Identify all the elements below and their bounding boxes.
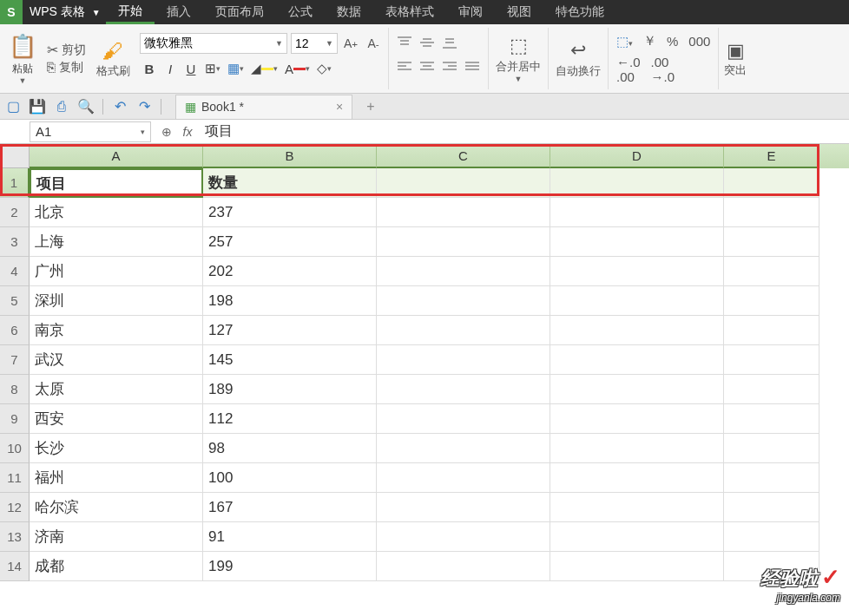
cell-B9[interactable]: 112 bbox=[203, 404, 377, 434]
row-header[interactable]: 5 bbox=[0, 286, 30, 316]
row-header[interactable]: 12 bbox=[0, 493, 30, 522]
cell-A5[interactable]: 深圳 bbox=[30, 286, 203, 316]
cell-A12[interactable]: 哈尔滨 bbox=[30, 493, 203, 522]
menu-page-layout[interactable]: 页面布局 bbox=[203, 0, 276, 24]
menu-review[interactable]: 审阅 bbox=[446, 0, 495, 24]
menu-data[interactable]: 数据 bbox=[325, 0, 373, 24]
align-bottom-button[interactable] bbox=[439, 33, 460, 52]
cell-E3[interactable] bbox=[724, 227, 819, 257]
cell-C12[interactable] bbox=[377, 493, 550, 522]
cell-E1[interactable] bbox=[724, 168, 819, 198]
cell-C5[interactable] bbox=[377, 286, 550, 316]
decrease-font-button[interactable]: A- bbox=[364, 34, 383, 53]
row-header[interactable]: 10 bbox=[0, 434, 30, 463]
row-header[interactable]: 13 bbox=[0, 522, 30, 552]
bold-button[interactable]: B bbox=[140, 59, 159, 78]
cell-B11[interactable]: 100 bbox=[203, 463, 377, 493]
increase-decimal-button[interactable]: ←.0.00 bbox=[614, 55, 643, 84]
cell-B7[interactable]: 145 bbox=[203, 345, 377, 375]
cell-B3[interactable]: 257 bbox=[203, 227, 377, 257]
cell-A7[interactable]: 武汉 bbox=[30, 345, 203, 375]
percent-button[interactable]: % bbox=[664, 34, 681, 49]
thousand-sep-button[interactable]: 000 bbox=[686, 34, 713, 49]
cell-C1[interactable] bbox=[377, 168, 550, 198]
cell-E11[interactable] bbox=[724, 463, 819, 493]
cell-E2[interactable] bbox=[724, 198, 819, 227]
menu-start[interactable]: 开始 bbox=[106, 0, 155, 24]
underline-button[interactable]: U bbox=[181, 59, 201, 78]
cell-B10[interactable]: 98 bbox=[203, 434, 377, 463]
fill-cell-button[interactable]: ▦▾ bbox=[225, 59, 247, 78]
currency-button[interactable]: ￥ bbox=[641, 33, 659, 49]
cell-C8[interactable] bbox=[377, 375, 550, 404]
column-header-D[interactable]: D bbox=[550, 144, 724, 168]
decrease-decimal-button[interactable]: .00→.0 bbox=[648, 55, 678, 84]
cell-E12[interactable] bbox=[724, 493, 819, 522]
document-tab[interactable]: ▦ Book1 * × bbox=[175, 95, 352, 119]
undo-button[interactable]: ↶ bbox=[110, 97, 129, 116]
column-header-C[interactable]: C bbox=[377, 144, 550, 168]
cell-D14[interactable] bbox=[550, 552, 724, 581]
close-tab-button[interactable]: × bbox=[336, 100, 343, 114]
copy-button[interactable]: ⎘ 复制 bbox=[47, 60, 86, 75]
save-button[interactable]: 💾 bbox=[28, 97, 47, 116]
clear-format-button[interactable]: ◇▾ bbox=[314, 59, 334, 78]
align-middle-button[interactable] bbox=[417, 33, 438, 52]
cell-C13[interactable] bbox=[377, 522, 550, 552]
add-tab-button[interactable]: + bbox=[358, 99, 383, 115]
row-header[interactable]: 3 bbox=[0, 227, 30, 257]
align-top-button[interactable] bbox=[394, 33, 415, 52]
formula-input[interactable]: 项目 bbox=[198, 121, 849, 142]
cell-E8[interactable] bbox=[724, 375, 819, 404]
cell-E13[interactable] bbox=[724, 522, 819, 552]
cell-E5[interactable] bbox=[724, 286, 819, 316]
cell-C6[interactable] bbox=[377, 316, 550, 345]
merge-center-button[interactable]: ⬚ 合并居中 ▼ bbox=[489, 28, 549, 89]
row-header[interactable]: 4 bbox=[0, 257, 30, 286]
cell-C7[interactable] bbox=[377, 345, 550, 375]
cell-E4[interactable] bbox=[724, 257, 819, 286]
cell-D12[interactable] bbox=[550, 493, 724, 522]
new-doc-button[interactable]: ▢ bbox=[3, 97, 23, 116]
align-center-button[interactable] bbox=[417, 57, 438, 76]
cell-C10[interactable] bbox=[377, 434, 550, 463]
cell-D10[interactable] bbox=[550, 434, 724, 463]
row-header[interactable]: 1 bbox=[0, 168, 30, 198]
cell-D7[interactable] bbox=[550, 345, 724, 375]
cell-A6[interactable]: 南京 bbox=[30, 316, 203, 345]
cell-D8[interactable] bbox=[550, 375, 724, 404]
cell-B14[interactable]: 199 bbox=[203, 552, 377, 581]
cell-C11[interactable] bbox=[377, 463, 550, 493]
column-header-E[interactable]: E bbox=[724, 144, 819, 168]
menu-features[interactable]: 特色功能 bbox=[543, 0, 616, 24]
cell-E7[interactable] bbox=[724, 345, 819, 375]
cell-E9[interactable] bbox=[724, 404, 819, 434]
cell-B2[interactable]: 237 bbox=[203, 198, 377, 227]
cell-D11[interactable] bbox=[550, 463, 724, 493]
cell-B12[interactable]: 167 bbox=[203, 493, 377, 522]
row-header[interactable]: 14 bbox=[0, 552, 30, 581]
italic-button[interactable]: I bbox=[161, 59, 180, 78]
cell-A2[interactable]: 北京 bbox=[30, 198, 203, 227]
cell-A13[interactable]: 济南 bbox=[30, 522, 203, 552]
cell-B13[interactable]: 91 bbox=[203, 522, 377, 552]
menu-table-style[interactable]: 表格样式 bbox=[373, 0, 446, 24]
align-right-button[interactable] bbox=[439, 57, 460, 76]
row-header[interactable]: 9 bbox=[0, 404, 30, 434]
cell-B1[interactable]: 数量 bbox=[203, 168, 377, 198]
column-header-A[interactable]: A bbox=[30, 144, 203, 168]
cell-C9[interactable] bbox=[377, 404, 550, 434]
cell-D1[interactable] bbox=[550, 168, 724, 198]
row-header[interactable]: 2 bbox=[0, 198, 30, 227]
align-justify-button[interactable] bbox=[462, 57, 483, 76]
fx-button[interactable]: fx bbox=[177, 121, 198, 142]
cell-C14[interactable] bbox=[377, 552, 550, 581]
cell-D13[interactable] bbox=[550, 522, 724, 552]
cell-A4[interactable]: 广州 bbox=[30, 257, 203, 286]
cell-A8[interactable]: 太原 bbox=[30, 375, 203, 404]
cell-A1[interactable]: 项目 bbox=[30, 168, 203, 198]
redo-button[interactable]: ↷ bbox=[135, 97, 154, 116]
cell-C3[interactable] bbox=[377, 227, 550, 257]
highlight-button[interactable]: ▣ 突出 bbox=[719, 36, 752, 82]
wrap-text-button[interactable]: ↩ 自动换行 bbox=[549, 28, 609, 89]
